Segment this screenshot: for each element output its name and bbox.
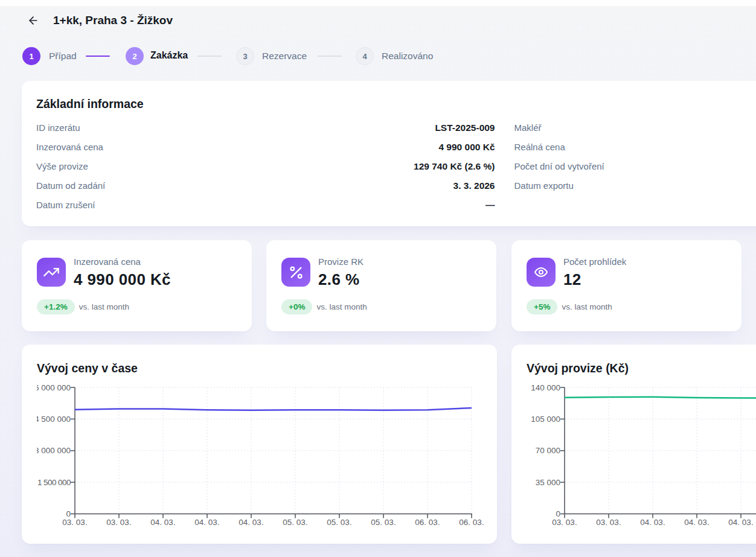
svg-text:03. 03.: 03. 03. bbox=[552, 518, 577, 527]
svg-text:04. 03.: 04. 03. bbox=[684, 518, 709, 527]
svg-text:3 000 000: 3 000 000 bbox=[37, 446, 71, 455]
svg-text:04. 03.: 04. 03. bbox=[194, 518, 219, 527]
svg-text:140 000: 140 000 bbox=[531, 383, 560, 392]
svg-text:03. 03.: 03. 03. bbox=[596, 518, 621, 527]
svg-text:05. 03.: 05. 03. bbox=[327, 518, 351, 527]
svg-text:06. 03.: 06. 03. bbox=[459, 518, 484, 527]
svg-text:105 000: 105 000 bbox=[531, 415, 560, 424]
svg-text:03. 03.: 03. 03. bbox=[62, 518, 87, 527]
svg-text:1 500 000: 1 500 000 bbox=[37, 478, 71, 487]
svg-text:06. 03.: 06. 03. bbox=[415, 518, 440, 527]
svg-text:6 000 000: 6 000 000 bbox=[37, 383, 71, 392]
svg-text:70 000: 70 000 bbox=[536, 446, 560, 455]
svg-text:05. 03.: 05. 03. bbox=[283, 518, 307, 527]
svg-text:04. 03.: 04. 03. bbox=[239, 518, 263, 527]
svg-text:04. 03.: 04. 03. bbox=[728, 518, 753, 527]
svg-text:03. 03.: 03. 03. bbox=[106, 518, 131, 527]
svg-text:04. 03.: 04. 03. bbox=[640, 518, 665, 527]
svg-text:4 500 000: 4 500 000 bbox=[37, 415, 71, 424]
svg-text:05. 03.: 05. 03. bbox=[371, 518, 396, 527]
svg-text:04. 03.: 04. 03. bbox=[150, 518, 175, 527]
svg-text:35 000: 35 000 bbox=[536, 478, 560, 487]
